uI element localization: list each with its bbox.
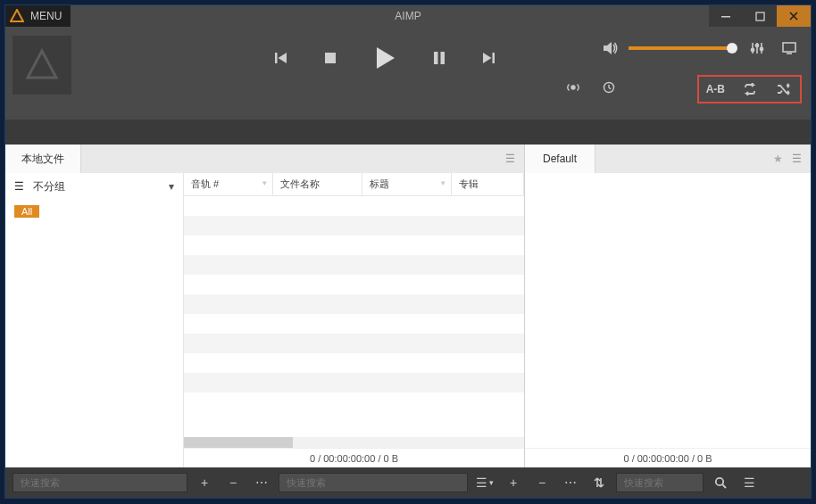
table-row[interactable]: [184, 196, 524, 216]
pause-button[interactable]: [432, 50, 446, 66]
table-row[interactable]: [184, 275, 524, 294]
window-controls: [709, 5, 811, 27]
left-panel-menu-icon[interactable]: ☰: [505, 153, 515, 165]
svg-marker-3: [28, 51, 56, 78]
svg-rect-11: [493, 53, 495, 63]
table-row[interactable]: [184, 255, 524, 275]
track-grid: 音轨 #▾ 文件名称 标题▾ 专辑 0 / 00:00:00:00 / 0 B: [184, 173, 524, 467]
right-panel: Default ★ ☰ 0 / 00:00:00:00 / 0 B: [525, 145, 811, 467]
shuffle-button[interactable]: [775, 80, 793, 98]
volume-icon[interactable]: [602, 39, 620, 57]
next-button[interactable]: [480, 50, 496, 66]
visualization-button[interactable]: [780, 39, 798, 57]
volume-thumb[interactable]: [727, 43, 737, 54]
table-row[interactable]: [184, 373, 524, 392]
left-panel: 本地文件 ☰ ☰ 不分组 ▾ All 音轨 #▾ 文件名称 标题▾: [5, 145, 525, 467]
scrollbar-thumb[interactable]: [184, 437, 293, 448]
app-logo-icon: [9, 8, 25, 24]
player-right-controls: [602, 39, 798, 57]
bottom-bar: + − ⋯ ☰▾ + − ⋯ ☰: [5, 467, 811, 498]
ab-repeat-button[interactable]: A-B: [706, 83, 725, 95]
svg-rect-6: [325, 53, 336, 63]
table-row[interactable]: [184, 314, 524, 334]
search-button[interactable]: [709, 473, 732, 492]
search-input-left[interactable]: [12, 473, 187, 492]
repeat-button[interactable]: [741, 80, 759, 98]
svg-point-15: [760, 47, 762, 50]
horizontal-scrollbar[interactable]: [184, 437, 524, 448]
right-panel-header: Default ★ ☰: [525, 145, 811, 173]
svg-point-19: [716, 478, 723, 485]
svg-marker-0: [11, 10, 23, 21]
remove-button-2[interactable]: −: [530, 473, 554, 492]
more-button[interactable]: ⋯: [250, 473, 273, 492]
radio-icon[interactable]: [564, 78, 582, 96]
player-area: A-B: [5, 27, 811, 120]
svg-point-14: [755, 44, 758, 46]
table-row[interactable]: [184, 334, 524, 353]
column-filename[interactable]: 文件名称: [273, 173, 362, 195]
filter-icon[interactable]: ▾: [441, 178, 445, 187]
svg-rect-8: [434, 52, 438, 64]
left-panel-tab-label: 本地文件: [21, 152, 64, 167]
menu-button-bottom[interactable]: ☰: [737, 473, 761, 492]
column-track[interactable]: 音轨 #▾: [184, 173, 273, 195]
add-button-2[interactable]: +: [502, 473, 525, 492]
close-button[interactable]: [777, 5, 811, 27]
maximize-button[interactable]: [743, 5, 777, 27]
filter-icon[interactable]: ▾: [262, 178, 267, 187]
svg-point-13: [751, 48, 754, 51]
grid-rows: [184, 196, 524, 437]
column-title[interactable]: 标题▾: [362, 173, 452, 195]
left-status: 0 / 00:00:00:00 / 0 B: [184, 448, 524, 467]
svg-point-17: [571, 86, 575, 89]
previous-button[interactable]: [273, 50, 289, 66]
remove-button[interactable]: −: [221, 473, 245, 492]
right-panel-tab[interactable]: Default: [525, 145, 595, 173]
svg-rect-2: [756, 12, 764, 21]
more-button-2[interactable]: ⋯: [559, 473, 582, 492]
favorite-icon[interactable]: ★: [773, 153, 783, 165]
svg-rect-1: [721, 16, 730, 18]
svg-marker-5: [279, 53, 287, 63]
list-icon: ☰: [14, 180, 24, 193]
svg-marker-7: [377, 47, 395, 69]
svg-rect-16: [783, 43, 795, 52]
stop-button[interactable]: [323, 51, 337, 65]
table-row[interactable]: [184, 235, 524, 255]
equalizer-button[interactable]: [748, 39, 766, 57]
menu-button[interactable]: MENU: [5, 5, 71, 27]
table-row[interactable]: [184, 216, 524, 235]
svg-marker-10: [483, 53, 492, 63]
right-panel-tab-label: Default: [543, 153, 577, 165]
svg-rect-9: [441, 52, 445, 64]
timer-icon[interactable]: [600, 78, 618, 96]
all-filter-badge[interactable]: All: [14, 205, 39, 218]
grid-header: 音轨 #▾ 文件名称 标题▾ 专辑: [184, 173, 524, 196]
list-mode-button[interactable]: ☰▾: [473, 473, 496, 492]
right-status: 0 / 00:00:00:00 / 0 B: [525, 448, 811, 467]
playlist-area[interactable]: [525, 173, 811, 448]
toolbar-spacer: [5, 120, 811, 145]
caret-down-icon: ▾: [169, 180, 174, 193]
sidebar: ☰ 不分组 ▾ All: [5, 173, 184, 467]
table-row[interactable]: [184, 294, 524, 314]
group-label: 不分组: [33, 179, 65, 194]
column-album[interactable]: 专辑: [452, 173, 524, 195]
window-title: AIMP: [5, 10, 811, 22]
left-panel-header: 本地文件 ☰: [5, 145, 524, 173]
album-art: [12, 36, 71, 95]
sort-button[interactable]: [587, 473, 611, 492]
group-selector[interactable]: ☰ 不分组 ▾: [5, 173, 183, 200]
play-button[interactable]: [371, 45, 398, 71]
search-input-middle[interactable]: [279, 473, 468, 492]
right-panel-menu-icon[interactable]: ☰: [792, 153, 802, 165]
minimize-button[interactable]: [709, 5, 743, 27]
search-input-right[interactable]: [616, 473, 704, 492]
left-panel-tab[interactable]: 本地文件: [5, 145, 81, 173]
table-row[interactable]: [184, 353, 524, 373]
playback-mode-group: A-B: [697, 75, 802, 103]
transport-controls: [273, 45, 496, 71]
add-button[interactable]: +: [193, 473, 216, 492]
volume-slider[interactable]: [629, 46, 734, 50]
